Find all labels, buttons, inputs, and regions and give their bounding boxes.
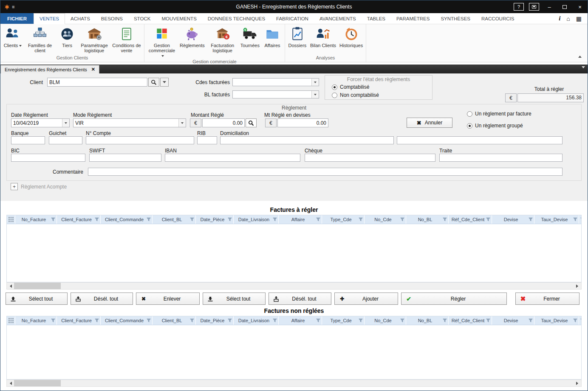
info-icon[interactable]: i [559, 15, 560, 22]
column-header-a[interactable]: A [579, 215, 581, 224]
date-reglement-combo[interactable]: 10/04/2019 [11, 118, 70, 127]
menu-tab-besoins[interactable]: BESOINS [96, 13, 128, 24]
scrollbar-thumb[interactable] [14, 283, 61, 289]
commentaire-input[interactable] [88, 168, 563, 176]
annuler-button[interactable]: ✖ Annuler [407, 118, 452, 128]
filter-funnel-icon[interactable] [359, 317, 363, 324]
filter-funnel-icon[interactable] [273, 317, 277, 324]
guichet-input[interactable] [49, 136, 82, 144]
ribbon-button-bilan-clients[interactable]: Bilan Clients [308, 25, 338, 48]
column-header-date-livraison[interactable]: Date_Livraison [234, 316, 279, 325]
filter-funnel-icon[interactable] [51, 216, 55, 223]
column-header-no-cde[interactable]: No_Cde [365, 215, 406, 224]
column-header-client-bl[interactable]: Client_BL [153, 215, 196, 224]
column-header-client-commande[interactable]: Client_Commande [101, 316, 153, 325]
column-header-ref-cde-client[interactable]: Réf_Cde_Client [449, 316, 492, 325]
domiciliation-2-input[interactable] [397, 136, 563, 144]
filter-funnel-icon[interactable] [228, 317, 232, 324]
filter-funnel-icon[interactable] [400, 216, 404, 223]
column-header-client-bl[interactable]: Client_BL [153, 316, 196, 325]
montant-search-button[interactable] [246, 118, 257, 127]
scrollbar-track[interactable] [14, 380, 574, 386]
filter-funnel-icon[interactable] [580, 216, 581, 223]
menu-tab-ventes[interactable]: VENTES [34, 13, 65, 24]
filter-funnel-icon[interactable] [359, 216, 363, 223]
rib-input[interactable] [197, 136, 217, 144]
ribbon-button-dossiers[interactable]: Dossiers [286, 25, 308, 48]
grid-select-all-cell[interactable] [7, 215, 15, 224]
filter-funnel-icon[interactable] [573, 216, 577, 223]
enlever-button-3[interactable]: ✖Enlever [136, 293, 200, 305]
column-header-no-facture[interactable]: No_Facture [15, 215, 57, 224]
column-header-affaire[interactable]: Affaire [279, 215, 322, 224]
column-header-type-cde[interactable]: Type_Cde [322, 215, 365, 224]
ribbon-button-conditions-de-vente[interactable]: Conditions de vente [110, 25, 143, 53]
fermer-button-8[interactable]: ✖Fermer [515, 293, 580, 305]
filter-funnel-icon[interactable] [486, 317, 490, 324]
grid-body[interactable] [7, 224, 581, 282]
menu-tab-parametres[interactable]: PARAMÈTRES [391, 13, 435, 24]
menu-tab-mouvements[interactable]: MOUVEMENTS [156, 13, 202, 24]
column-header-taux-devise[interactable]: Taux_Devise [534, 215, 579, 224]
scroll-right-button[interactable] [574, 283, 581, 289]
traite-input[interactable] [439, 154, 563, 162]
filter-funnel-icon[interactable] [95, 317, 99, 324]
cheque-input[interactable] [305, 154, 435, 162]
column-header-a[interactable]: A [579, 316, 581, 325]
ribbon-button-familles-de-client[interactable]: Familles de client [24, 25, 56, 53]
scroll-left-button[interactable] [7, 283, 14, 289]
filter-funnel-icon[interactable] [316, 317, 320, 324]
radio-reglement-groupe[interactable]: Un règlement groupé [467, 123, 523, 129]
filter-funnel-icon[interactable] [529, 216, 533, 223]
column-header-no-bl[interactable]: No_BL [406, 215, 449, 224]
scrollbar-thumb[interactable] [14, 380, 61, 386]
cdes-facturees-combo[interactable] [232, 78, 319, 86]
ribbon-button-tournees[interactable]: €Tournées [239, 25, 261, 48]
column-header-type-cde[interactable]: Type_Cde [322, 316, 365, 325]
ribbon-button-reglements[interactable]: Règlements [178, 25, 206, 48]
filter-funnel-icon[interactable] [443, 216, 447, 223]
filter-funnel-icon[interactable] [147, 216, 151, 223]
ribbon-button-clients[interactable]: Clients [2, 25, 24, 48]
column-header-date-livraison[interactable]: Date_Livraison [234, 215, 279, 224]
filter-funnel-icon[interactable] [486, 216, 490, 223]
grid-icon[interactable]: ▦ [576, 15, 582, 22]
radio-reglement-par-facture[interactable]: Un règlement par facture [467, 111, 531, 117]
scroll-right-button[interactable] [574, 380, 581, 386]
swift-input[interactable] [89, 154, 161, 162]
ribbon-button-gestion-commerciale[interactable]: Gestion commerciale [146, 25, 178, 58]
radio-comptabilise[interactable]: Comptabilisé [332, 84, 369, 90]
horizontal-scrollbar[interactable] [6, 282, 582, 290]
menu-tab-donnees-techniques[interactable]: DONNÉES TECHNIQUES [202, 13, 271, 24]
column-header-client-facture[interactable]: Client_Facture [57, 215, 101, 224]
domiciliation-input[interactable] [220, 136, 394, 144]
compte-input[interactable] [86, 136, 194, 144]
mt-devises-input[interactable] [277, 118, 328, 127]
scroll-left-button[interactable] [7, 380, 14, 386]
column-header-client-facture[interactable]: Client_Facture [57, 316, 101, 325]
menu-tab-tables[interactable]: TABLES [362, 13, 391, 24]
regler-button-7[interactable]: ✔Régler [401, 293, 507, 305]
client-input[interactable] [47, 78, 147, 87]
minimize-button[interactable]: – [542, 0, 557, 13]
menu-tab-achats[interactable]: ACHATS [65, 13, 96, 24]
column-header-affaire[interactable]: Affaire [279, 316, 322, 325]
client-dropdown-button[interactable] [160, 78, 169, 87]
menu-tab-fichier[interactable]: FICHIER [0, 13, 34, 24]
montant-regle-input[interactable] [202, 118, 245, 127]
horizontal-scrollbar[interactable] [6, 380, 582, 387]
menu-tab-avancements[interactable]: AVANCEMENTS [314, 13, 362, 24]
help-button[interactable]: ? [511, 0, 526, 13]
grid-body[interactable] [7, 325, 581, 379]
system-menu-icon[interactable]: ≡ [12, 4, 14, 9]
filter-funnel-icon[interactable] [190, 216, 194, 223]
filter-funnel-icon[interactable] [228, 216, 232, 223]
column-header-client-commande[interactable]: Client_Commande [101, 215, 153, 224]
ribbon-button-tiers[interactable]: Tiers [56, 25, 78, 48]
grid-select-all-cell[interactable] [7, 316, 15, 325]
menu-tab-stock[interactable]: STOCK [128, 13, 156, 24]
document-tab[interactable]: Enregistrement des Règlements Clients ✕ [0, 65, 99, 73]
tab-close-icon[interactable]: ✕ [91, 67, 95, 72]
ajouter-button-6[interactable]: ✚Ajouter [334, 293, 398, 305]
filter-funnel-icon[interactable] [580, 317, 581, 324]
